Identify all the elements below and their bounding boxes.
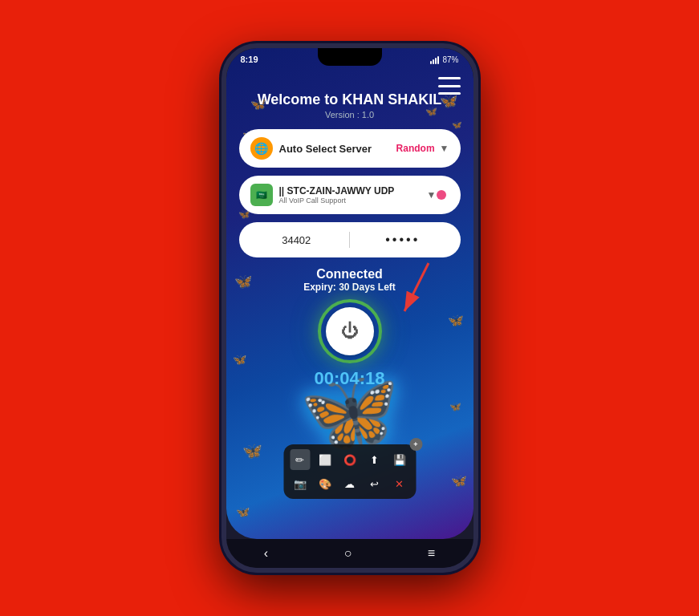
server-sub-text: All VoIP Call Support [279, 197, 427, 205]
rectangle-tool-btn[interactable]: ⬜ [315, 449, 335, 470]
password-field: ••••• [358, 233, 448, 247]
phone-screen: 8:19 87% 🦋 🦋 🦋 🦋 🦋 🦋 🦋 🦋 🦋 🦋 🦋 🦋 🦋 [226, 48, 473, 539]
nav-home-button[interactable]: ○ [344, 546, 352, 561]
phone-device: 8:19 87% 🦋 🦋 🦋 🦋 🦋 🦋 🦋 🦋 🦋 🦋 🦋 🦋 🦋 [221, 43, 478, 573]
power-button[interactable]: ⏻ [326, 307, 374, 355]
close-tool-btn[interactable]: ✕ [389, 473, 409, 494]
save-tool-btn[interactable]: 💾 [389, 449, 409, 470]
camera-tool-btn[interactable]: 📷 [290, 473, 310, 494]
power-icon: ⏻ [341, 321, 359, 342]
username-field: 34402 [252, 234, 342, 246]
pencil-tool-btn[interactable]: ✏ [290, 449, 310, 470]
server-flag-icon: 🇸🇦 [250, 184, 273, 206]
welcome-title: Welcome to KHAN SHAKIL [242, 91, 457, 108]
server-info-block: || STC-ZAIN-JAWWY UDP All VoIP Call Supp… [279, 185, 427, 205]
pink-indicator [437, 190, 446, 200]
color-tool-btn[interactable]: 🎨 [315, 473, 335, 494]
toolbar-row-1: ✏ ⬜ ⭕ ⬆ 💾 [290, 449, 409, 470]
menu-button[interactable] [438, 77, 461, 95]
power-ring: ⏻ [318, 299, 382, 363]
toolbar-row-2: 📷 🎨 ☁ ↩ ✕ [290, 473, 409, 494]
add-button[interactable]: + [409, 438, 422, 451]
dropdown-arrow-icon: ▼ [440, 143, 449, 154]
welcome-section: Welcome to KHAN SHAKIL Version : 1.0 [226, 67, 473, 129]
status-time: 8:19 [241, 55, 258, 64]
credentials-divider [349, 232, 350, 248]
auto-server-dropdown[interactable]: 🌐 Auto Select Server Random ▼ [239, 129, 461, 168]
credentials-row: 34402 ••••• [239, 222, 461, 257]
expiry-label: Expiry: 30 Days Left [239, 282, 461, 293]
status-bar: 8:19 87% [226, 48, 473, 67]
signal-icon [430, 55, 439, 64]
upload-tool-btn[interactable]: ☁ [339, 473, 360, 494]
nav-bar: ‹ ○ ≡ [226, 539, 473, 568]
connected-label: Connected [239, 267, 461, 282]
nav-menu-button[interactable]: ≡ [428, 546, 435, 561]
auto-server-label: Auto Select Server [279, 143, 396, 155]
connection-timer: 00:04:18 [239, 368, 461, 389]
server-name-text: || STC-ZAIN-JAWWY UDP [279, 185, 427, 197]
annotation-toolbar: + ✏ ⬜ ⭕ ⬆ 💾 📷 🎨 ☁ ↩ ✕ [283, 444, 416, 499]
nav-back-button[interactable]: ‹ [264, 546, 268, 561]
version-text: Version : 1.0 [242, 110, 457, 120]
server-item-dropdown[interactable]: 🇸🇦 || STC-ZAIN-JAWWY UDP All VoIP Call S… [239, 176, 461, 214]
random-label: Random [396, 143, 435, 154]
server-globe-icon: 🌐 [250, 137, 273, 160]
circle-tool-btn[interactable]: ⭕ [339, 449, 360, 470]
connection-status-section: Connected Expiry: 30 Days Left [239, 267, 461, 293]
server-dropdown-arrow-icon: ▼ [427, 189, 437, 201]
status-right: 87% [430, 55, 458, 64]
power-button-container: ⏻ [239, 299, 461, 363]
arrow-tool-btn[interactable]: ⬆ [364, 449, 384, 470]
undo-tool-btn[interactable]: ↩ [364, 473, 384, 494]
battery-text: 87% [442, 55, 458, 64]
